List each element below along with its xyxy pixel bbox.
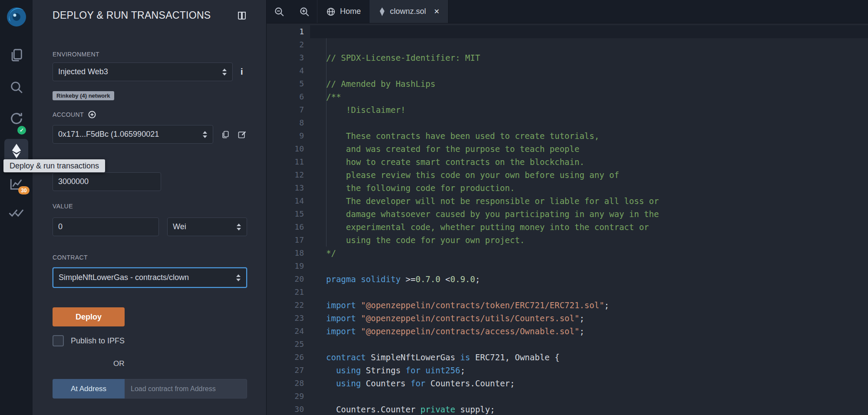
code-line: using Strings for uint256; <box>310 364 868 377</box>
code-line: Counters.Counter private supply; <box>310 403 868 415</box>
code-line: and was created for the purpose to teach… <box>310 142 868 155</box>
close-tab-icon[interactable]: ✕ <box>434 7 439 16</box>
value-unit-select[interactable]: Wei <box>167 217 247 236</box>
account-label: ACCOUNT <box>53 111 84 118</box>
environment-info-icon[interactable]: i <box>241 67 243 77</box>
solidity-file-icon <box>379 7 386 16</box>
contract-value: SimpleNftLowerGas - contracts/clown <box>59 273 189 282</box>
gas-limit-input[interactable] <box>53 172 161 191</box>
publish-ipfs-row: Publish to IPFS <box>53 335 247 346</box>
code-line <box>310 286 868 299</box>
code-editor[interactable]: 1234567891011121314151617181920212223242… <box>267 23 868 415</box>
or-divider: OR <box>113 359 125 368</box>
solidity-compiler-icon[interactable]: ✓ <box>0 111 33 126</box>
copy-account-icon[interactable] <box>221 130 230 139</box>
code-line <box>310 64 868 77</box>
deploy-button[interactable]: Deploy <box>53 307 125 326</box>
zoom-in-icon[interactable] <box>292 0 317 23</box>
deploy-run-tooltip: Deploy & run transactions <box>3 159 105 172</box>
environment-value: Injected Web3 <box>58 67 108 76</box>
code-line: please review this code on your own befo… <box>310 168 868 181</box>
tab-file-label: clownz.sol <box>390 7 426 16</box>
code-line: !Disclaimer! <box>310 103 868 116</box>
contract-select[interactable]: SimpleNftLowerGas - contracts/clown <box>53 267 247 288</box>
publish-ipfs-label: Publish to IPFS <box>71 336 125 346</box>
sign-message-icon[interactable] <box>238 130 246 139</box>
documentation-book-icon[interactable] <box>237 10 247 21</box>
indent-guide <box>326 38 327 247</box>
code-line: import "@openzeppelin/contracts/token/ER… <box>310 299 868 312</box>
code-line: contract SimpleNftLowerGas is ERC721, Ow… <box>310 351 868 364</box>
code-line: pragma solidity >=0.7.0 <0.9.0; <box>310 273 868 286</box>
deploy-row: Deploy <box>53 307 247 326</box>
compiler-success-badge: ✓ <box>17 126 26 135</box>
code-line: the following code for production. <box>310 181 868 194</box>
gutter: 1234567891011121314151617181920212223242… <box>267 23 310 415</box>
code-line <box>310 25 868 38</box>
at-address-button[interactable]: At Address <box>53 379 125 399</box>
chevron-updown-icon <box>236 223 241 231</box>
gas-limit-row <box>53 172 247 191</box>
code-line <box>310 38 868 51</box>
chevron-updown-icon <box>222 68 227 76</box>
at-address-input[interactable] <box>125 379 247 399</box>
code-line: The developer will not be responsible or… <box>310 194 868 208</box>
panel-header: DEPLOY & RUN TRANSACTIONS <box>53 10 247 21</box>
code-line: import "@openzeppelin/contracts/utils/Co… <box>310 312 868 325</box>
code-line: import "@openzeppelin/contracts/access/O… <box>310 325 868 338</box>
account-row: 0x171...F5dBc (1.065990021 <box>53 125 247 144</box>
or-divider-row: OR <box>53 359 247 368</box>
remix-app: ✓ 30 DEPLOY & RUN TRANSACTIONS <box>0 0 868 415</box>
code-line <box>310 260 868 273</box>
file-explorer-icon[interactable] <box>0 48 33 63</box>
deploy-run-panel: DEPLOY & RUN TRANSACTIONS ENVIRONMENT In… <box>33 0 266 415</box>
code-line: // SPDX-License-Identifier: MIT <box>310 51 868 64</box>
account-value: 0x171...F5dBc (1.065990021 <box>58 130 159 139</box>
environment-select[interactable]: Injected Web3 <box>53 63 233 81</box>
value-label: VALUE <box>53 203 247 210</box>
analysis-chart-icon[interactable]: 30 <box>0 177 33 191</box>
search-icon[interactable] <box>0 80 33 95</box>
zoom-out-icon[interactable] <box>267 0 292 23</box>
value-input[interactable] <box>53 217 159 236</box>
network-badge-row: Rinkeby (4) network <box>53 91 247 100</box>
code-line: experimental code, whether putting money… <box>310 221 868 234</box>
code-line: // Amended by HashLips <box>310 77 868 90</box>
account-select[interactable]: 0x171...F5dBc (1.065990021 <box>53 125 213 144</box>
tab-home-label: Home <box>340 7 361 16</box>
add-account-icon[interactable] <box>88 111 96 119</box>
network-badge: Rinkeby (4) network <box>53 91 114 100</box>
code-line <box>310 390 868 403</box>
icon-sidebar: ✓ 30 <box>0 0 33 415</box>
value-unit: Wei <box>173 222 186 231</box>
analysis-count-badge: 30 <box>18 186 30 194</box>
code-line <box>310 116 868 129</box>
remix-logo[interactable] <box>0 6 33 28</box>
code-line: using Counters for Counters.Counter; <box>310 377 868 390</box>
contract-row: SimpleNftLowerGas - contracts/clown <box>53 267 247 288</box>
account-label-row: ACCOUNT <box>53 111 247 119</box>
globe-icon <box>326 7 336 16</box>
tab-clownz-sol[interactable]: clownz.sol ✕ <box>370 0 449 23</box>
code-line: damage whatsoever caused by you particip… <box>310 208 868 221</box>
code-line: /** <box>310 90 868 103</box>
chevron-updown-icon <box>202 130 208 139</box>
environment-label: ENVIRONMENT <box>53 51 247 58</box>
code-line: These contracts have been used to create… <box>310 129 868 142</box>
environment-row: Injected Web3 i <box>53 63 247 81</box>
tab-home[interactable]: Home <box>317 0 370 23</box>
unit-testing-icon[interactable] <box>0 207 33 220</box>
chevron-updown-icon <box>236 273 241 282</box>
editor-tabbar: Home clownz.sol ✕ <box>267 0 868 23</box>
at-address-row: At Address <box>53 379 247 399</box>
code-line: */ <box>310 247 868 260</box>
contract-label: CONTRACT <box>53 254 247 261</box>
code-line <box>310 338 868 351</box>
editor-area: Home clownz.sol ✕ 1234567891011121314151… <box>266 0 868 415</box>
code-line: how to create smart contracts on the blo… <box>310 155 868 168</box>
code-lines: // SPDX-License-Identifier: MIT// Amende… <box>310 23 868 415</box>
code-line: using the code for your own project. <box>310 234 868 247</box>
publish-ipfs-checkbox[interactable] <box>53 335 64 346</box>
value-row: Wei <box>53 217 247 236</box>
panel-title: DEPLOY & RUN TRANSACTIONS <box>53 10 211 21</box>
